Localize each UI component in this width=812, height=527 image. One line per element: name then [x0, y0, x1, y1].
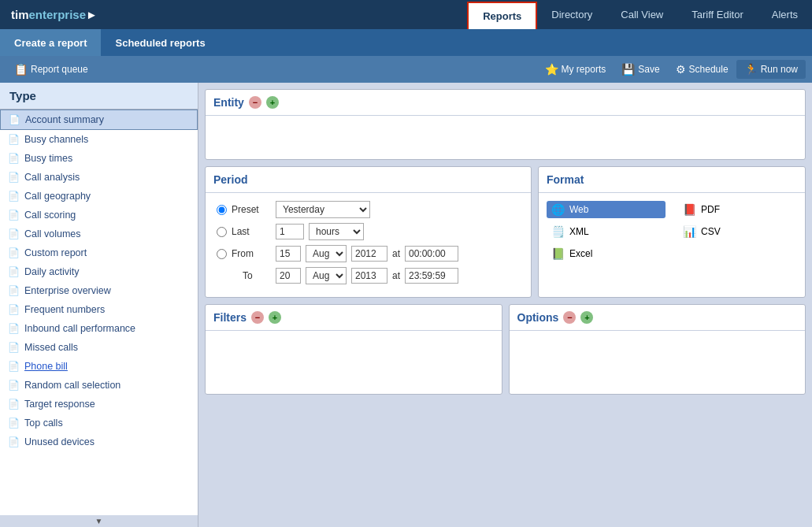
- entity-panel-body: [206, 116, 805, 159]
- format-excel[interactable]: 📗 Excel: [547, 245, 666, 262]
- format-xml[interactable]: 🗒️ XML: [547, 223, 666, 240]
- sidebar-list: 📄 Account summary 📄 Busy channels 📄 Busy…: [0, 109, 198, 515]
- star-icon: ⭐: [545, 63, 558, 76]
- sidebar-item-call-volumes[interactable]: 📄 Call volumes: [0, 225, 198, 243]
- preset-radio[interactable]: [217, 205, 227, 215]
- period-panel: Period Preset Yesterday Today This week …: [205, 166, 532, 298]
- scroll-down-arrow[interactable]: ▼: [0, 515, 198, 527]
- xml-label: XML: [569, 226, 589, 237]
- nav-directory[interactable]: Directory: [537, 0, 606, 29]
- sidebar-item-inbound-call-performance[interactable]: 📄 Inbound call performance: [0, 319, 198, 338]
- pdf-label: PDF: [701, 204, 720, 215]
- filters-panel-title: Filters: [213, 311, 247, 324]
- sidebar-item-daily-activity[interactable]: 📄 Daily activity: [0, 262, 198, 281]
- pdf-icon: 📕: [683, 203, 696, 216]
- format-pdf[interactable]: 📕 PDF: [678, 201, 797, 218]
- from-time-input[interactable]: [405, 246, 458, 262]
- report-queue-button[interactable]: 📋 Report queue: [6, 60, 96, 79]
- sidebar-item-call-scoring[interactable]: 📄 Call scoring: [0, 206, 198, 225]
- sidebar-item-busy-times[interactable]: 📄 Busy times: [0, 149, 198, 168]
- format-options: 🌐 Web 📕 PDF 🗒️ XML 📊: [547, 201, 797, 262]
- filters-panel: Filters − +: [205, 304, 502, 395]
- period-panel-title: Period: [213, 173, 248, 186]
- to-time-input[interactable]: [405, 268, 458, 284]
- sidebar-item-frequent-numbers[interactable]: 📄 Frequent numbers: [0, 300, 198, 319]
- format-panel-title: Format: [547, 173, 584, 186]
- last-label: Last: [232, 226, 271, 237]
- to-label: To: [232, 270, 271, 281]
- nav-alerts[interactable]: Alerts: [758, 0, 812, 29]
- sidebar-item-enterprise-overview[interactable]: 📄 Enterprise overview: [0, 281, 198, 300]
- doc-icon: 📄: [8, 380, 20, 391]
- sidebar-item-top-calls[interactable]: 📄 Top calls: [0, 414, 198, 432]
- hours-select[interactable]: hours days weeks: [309, 223, 364, 240]
- my-reports-button[interactable]: ⭐ My reports: [537, 60, 614, 79]
- main-content: Type 📄 Account summary 📄 Busy channels 📄…: [0, 83, 812, 527]
- format-csv[interactable]: 📊 CSV: [678, 223, 797, 240]
- logo-enterprise: enterprise: [29, 8, 87, 21]
- report-queue-icon: 📋: [14, 63, 28, 76]
- last-value-input[interactable]: [276, 224, 304, 239]
- options-panel-header: Options − +: [510, 305, 806, 331]
- top-nav: timenterprise► Reports Directory Call Vi…: [0, 0, 812, 29]
- run-now-button[interactable]: 🏃 Run now: [736, 60, 806, 79]
- nav-callview[interactable]: Call View: [606, 0, 677, 29]
- sidebar-item-call-geography[interactable]: 📄 Call geography: [0, 187, 198, 206]
- to-day-input[interactable]: [276, 268, 301, 284]
- entity-expand-button[interactable]: +: [266, 96, 279, 109]
- from-year-input[interactable]: [351, 246, 387, 262]
- period-preset-row: Preset Yesterday Today This week Last we…: [217, 201, 520, 218]
- tab-create-report[interactable]: Create a report: [0, 29, 101, 56]
- filters-expand-button[interactable]: +: [269, 311, 281, 324]
- logo: timenterprise►: [0, 8, 109, 21]
- entity-collapse-button[interactable]: −: [249, 96, 261, 109]
- last-radio[interactable]: [217, 227, 227, 237]
- sidebar-item-unused-devices[interactable]: 📄 Unused devices: [0, 432, 198, 451]
- excel-icon: 📗: [551, 247, 565, 260]
- at-label-from: at: [392, 248, 400, 259]
- options-panel-body: [510, 331, 806, 394]
- to-year-input[interactable]: [351, 268, 387, 284]
- tab-scheduled-reports[interactable]: Scheduled reports: [101, 29, 219, 56]
- filters-panel-body: [206, 331, 502, 394]
- to-month-select[interactable]: AugJanFebMar AprMayJunJul SepOctNovDec: [306, 267, 347, 284]
- panels-row-period-format: Period Preset Yesterday Today This week …: [205, 166, 806, 298]
- doc-icon: 📄: [8, 342, 20, 353]
- filters-collapse-button[interactable]: −: [251, 311, 264, 324]
- sidebar-item-busy-channels[interactable]: 📄 Busy channels: [0, 130, 198, 149]
- preset-select[interactable]: Yesterday Today This week Last week This…: [276, 201, 370, 218]
- sidebar-item-account-summary[interactable]: 📄 Account summary: [0, 109, 198, 130]
- from-day-input[interactable]: [276, 246, 301, 262]
- period-to-row: To AugJanFebMar AprMayJunJul SepOctNovDe…: [217, 267, 520, 284]
- doc-icon: 📄: [8, 210, 20, 221]
- period-from-row: From AugJanFebMar AprMayJunJul SepOctNov…: [217, 245, 520, 262]
- sidebar-item-custom-report[interactable]: 📄 Custom report: [0, 243, 198, 262]
- format-panel-header: Format: [539, 167, 805, 193]
- schedule-button[interactable]: ⚙ Schedule: [668, 60, 736, 79]
- options-expand-button[interactable]: +: [580, 311, 593, 324]
- nav-reports[interactable]: Reports: [467, 2, 537, 29]
- panels-row-filters-options: Filters − + Options − +: [205, 304, 806, 395]
- sidebar-item-phone-bill[interactable]: 📄 Phone bill: [0, 357, 198, 376]
- toolbar: 📋 Report queue ⭐ My reports 💾 Save ⚙ Sch…: [0, 56, 812, 83]
- sidebar-item-random-call-selection[interactable]: 📄 Random call selection: [0, 376, 198, 395]
- sidebar-item-target-response[interactable]: 📄 Target response: [0, 395, 198, 414]
- save-button[interactable]: 💾 Save: [614, 60, 667, 79]
- logo-tim: tim: [11, 8, 29, 21]
- options-collapse-button[interactable]: −: [563, 311, 576, 324]
- preset-label: Preset: [232, 204, 271, 215]
- web-label: Web: [569, 204, 588, 215]
- from-month-select[interactable]: AugJanFebMar AprMayJunJul SepOctNovDec: [306, 245, 347, 262]
- format-panel-body: 🌐 Web 📕 PDF 🗒️ XML 📊: [539, 193, 805, 270]
- options-panel-title: Options: [517, 311, 559, 324]
- sidebar-item-call-analysis[interactable]: 📄 Call analysis: [0, 168, 198, 187]
- sidebar-item-missed-calls[interactable]: 📄 Missed calls: [0, 338, 198, 357]
- doc-icon: 📄: [8, 436, 20, 447]
- nav-tariff[interactable]: Tariff Editor: [677, 0, 758, 29]
- doc-icon: 📄: [9, 114, 20, 125]
- run-icon: 🏃: [744, 63, 758, 76]
- format-web[interactable]: 🌐 Web: [547, 201, 666, 218]
- sub-nav: Create a report Scheduled reports: [0, 29, 812, 56]
- from-radio[interactable]: [217, 249, 227, 259]
- csv-icon: 📊: [683, 225, 696, 238]
